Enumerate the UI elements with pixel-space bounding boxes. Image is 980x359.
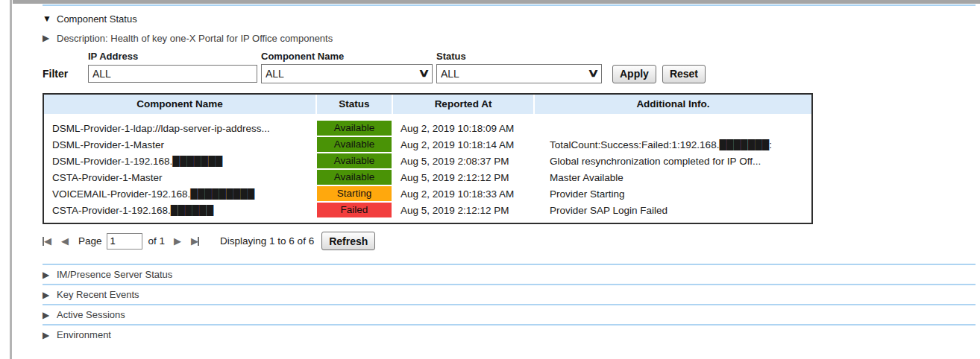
- last-page-bar: [198, 237, 199, 246]
- table-row: DSML-Provider-1-192.168.███████ Availabl…: [44, 153, 811, 169]
- component-name-cell: DSML-Provider-1-192.168.███████: [44, 156, 315, 167]
- next-page-button[interactable]: ▶: [174, 235, 180, 247]
- status-badge: Failed: [317, 203, 392, 217]
- page-input[interactable]: [107, 233, 142, 250]
- first-page-button[interactable]: ◀: [43, 235, 51, 247]
- filter-labels-row: IP Address Component Name Status: [43, 51, 976, 62]
- status-badge: Available: [317, 153, 392, 168]
- section-environment[interactable]: ▶ Environment: [43, 324, 976, 344]
- reported-at-cell: Aug 2, 2019 10:18:09 AM: [393, 123, 533, 134]
- reported-at-cell: Aug 2, 2019 10:18:33 AM: [393, 188, 533, 200]
- expand-triangle-icon: ▶: [43, 330, 53, 340]
- component-name-cell: CSTA-Provider-1-192.168.██████: [44, 205, 315, 216]
- additional-info-cell: Master Available: [535, 172, 811, 183]
- ip-address-input[interactable]: [88, 65, 257, 83]
- reported-at-cell: Aug 5, 2019 2:12:12 PM: [393, 205, 533, 216]
- ip-address-label: IP Address: [88, 51, 261, 62]
- displaying-text: Displaying 1 to 6 of 6: [220, 235, 314, 247]
- previous-page-button[interactable]: ◀: [61, 235, 68, 247]
- table-row: DSML-Provider-1-ldap://ldap-server-ip-ad…: [44, 120, 811, 136]
- component-status-header[interactable]: ▼ Component Status: [43, 12, 976, 25]
- section-label: IM/Presence Server Status: [57, 269, 172, 280]
- status-badge: Available: [317, 170, 392, 185]
- first-page-icon: ◀: [44, 235, 51, 247]
- reported-at-cell: Aug 5, 2019 2:12:12 PM: [393, 172, 533, 183]
- additional-info-cell: TotalCount:Success:Failed:1:192.168.████…: [535, 139, 811, 150]
- component-status-table: Component Name Status Reported At Additi…: [43, 93, 813, 224]
- filter-labels-spacer: [43, 51, 88, 62]
- page-label: Page: [78, 235, 102, 247]
- section-active-sessions[interactable]: ▶ Active Sessions: [43, 304, 976, 324]
- component-name-cell: CSTA-Provider-1-Master: [44, 172, 315, 183]
- column-header-status: Status: [317, 95, 392, 114]
- section-label: Key Recent Events: [57, 289, 139, 300]
- filter-row: Filter ALL ∨ ALL ∨ Apply Reset: [43, 64, 976, 83]
- component-name-cell: DSML-Provider-1-Master: [44, 139, 315, 150]
- status-label: Status: [436, 51, 602, 62]
- last-page-button[interactable]: ▶: [191, 235, 199, 247]
- reported-at-cell: Aug 5, 2019 2:08:37 PM: [393, 156, 533, 167]
- section-label: Environment: [57, 329, 111, 340]
- apply-button[interactable]: Apply: [612, 65, 656, 83]
- reset-button[interactable]: Reset: [662, 65, 706, 83]
- collapse-triangle-icon: ▼: [43, 13, 53, 24]
- component-name-label: Component Name: [261, 51, 436, 62]
- expand-triangle-icon: ▶: [43, 33, 53, 43]
- refresh-button[interactable]: Refresh: [321, 232, 375, 250]
- column-header-reported-at: Reported At: [393, 95, 533, 114]
- section-key-recent-events[interactable]: ▶ Key Recent Events: [43, 284, 976, 304]
- expand-triangle-icon: ▶: [43, 290, 53, 300]
- column-header-component-name: Component Name: [44, 95, 315, 114]
- expand-triangle-icon: ▶: [43, 310, 53, 320]
- previous-page-icon: ◀: [61, 235, 68, 247]
- page-count-label: of 1: [148, 235, 166, 247]
- component-name-cell: DSML-Provider-1-ldap://ldap-server-ip-ad…: [44, 123, 315, 134]
- column-header-additional-info: Additional Info.: [535, 95, 811, 114]
- status-badge: Starting: [317, 186, 392, 201]
- page-title: Component Status: [57, 13, 137, 25]
- additional-info-cell: Provider SAP Login Failed: [535, 205, 811, 216]
- table-header-row: Component Name Status Reported At Additi…: [44, 95, 811, 114]
- component-status-panel: ▼ Component Status ▶ Description: Health…: [43, 4, 976, 344]
- additional-info-cell: Provider Starting: [535, 188, 811, 200]
- description-row[interactable]: ▶ Description: Health of key one-X Porta…: [43, 32, 976, 44]
- pagination-bar: ◀ ◀ Page of 1 ▶ ▶ Displaying 1 to 6 of 6…: [43, 231, 976, 251]
- last-page-icon: ▶: [191, 235, 198, 247]
- status-select[interactable]: ALL: [436, 64, 602, 83]
- status-badge: Available: [317, 121, 392, 136]
- additional-info-cell: Global resynchronization completed for I…: [535, 156, 811, 167]
- table-row: CSTA-Provider-1-Master Available Aug 5, …: [44, 169, 811, 185]
- panel-left-border: [10, 0, 12, 359]
- expand-triangle-icon: ▶: [43, 270, 53, 280]
- next-page-icon: ▶: [174, 235, 180, 247]
- section-label: Active Sessions: [57, 309, 125, 320]
- component-name-select[interactable]: ALL: [261, 64, 433, 83]
- table-row: DSML-Provider-1-Master Available Aug 2, …: [44, 136, 811, 153]
- panel-top-border: [13, 0, 980, 4]
- reported-at-cell: Aug 2, 2019 10:18:14 AM: [393, 139, 533, 150]
- description-text: Description: Health of key one-X Portal …: [57, 33, 333, 44]
- component-name-cell: VOICEMAIL-Provider-192.168.█████████: [44, 188, 315, 200]
- section-im-presence-server-status[interactable]: ▶ IM/Presence Server Status: [43, 264, 976, 284]
- table-row: CSTA-Provider-1-192.168.██████ Failed Au…: [44, 202, 811, 218]
- status-badge: Available: [317, 137, 392, 152]
- table-row: VOICEMAIL-Provider-192.168.█████████ Sta…: [44, 185, 811, 202]
- table-body: DSML-Provider-1-ldap://ldap-server-ip-ad…: [44, 120, 811, 218]
- filter-label: Filter: [43, 68, 88, 80]
- collapsed-sections: ▶ IM/Presence Server Status ▶ Key Recent…: [43, 264, 976, 344]
